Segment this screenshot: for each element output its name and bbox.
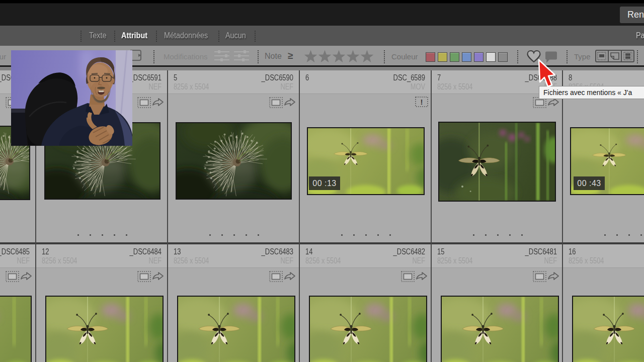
svg-text:!: ! — [421, 98, 423, 106]
